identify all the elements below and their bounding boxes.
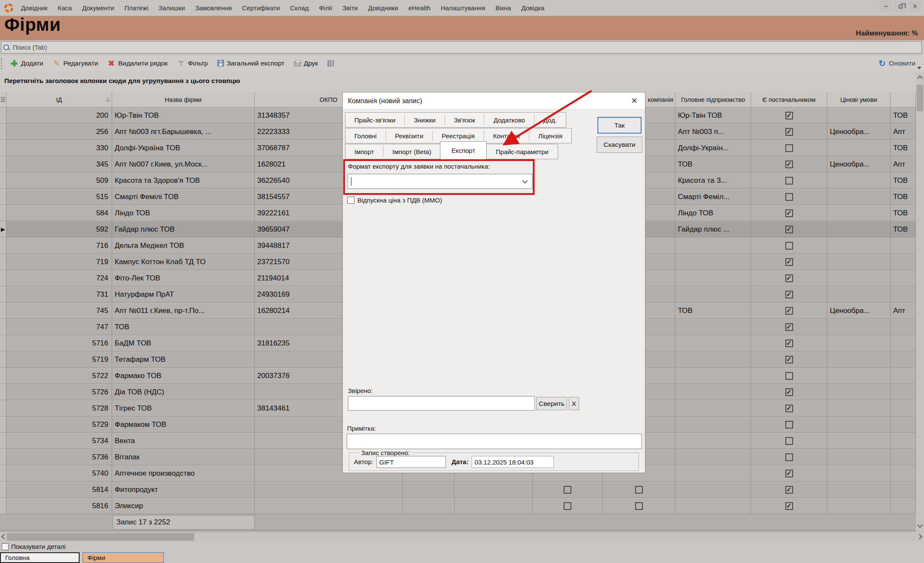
cell-checkbox[interactable]: ✓ [785, 307, 793, 315]
menu-item-3[interactable]: Платежі [119, 0, 154, 16]
dialog-tab-Ліцензія[interactable]: Ліцензія [529, 130, 572, 141]
cell-checkbox[interactable]: ✓ [785, 470, 793, 477]
menu-item-4[interactable]: Залишки [154, 0, 190, 16]
cell-checkbox[interactable] [785, 177, 793, 185]
cell-checkbox[interactable] [785, 372, 793, 380]
dialog-tab-Дод.[interactable]: Дод. [534, 114, 566, 125]
cell-checkbox[interactable]: ✓ [785, 486, 793, 494]
toolbar-button-0[interactable]: Додати [6, 57, 48, 70]
note-input[interactable] [347, 434, 642, 449]
menu-item-9[interactable]: Звіти [337, 0, 363, 16]
cell-checkbox[interactable] [635, 486, 643, 494]
toolbar-button-5[interactable]: Друк [289, 57, 323, 70]
ok-button[interactable]: Так [597, 117, 642, 134]
verify-button[interactable]: Сверить [536, 397, 567, 410]
column-header-11[interactable] [891, 92, 916, 107]
menu-item-1[interactable]: Каса [53, 0, 77, 16]
vertical-scroll-thumb[interactable] [917, 85, 923, 111]
horizontal-scrollbar[interactable] [0, 532, 924, 542]
dialog-tab-Головні[interactable]: Головні [345, 130, 386, 141]
scroll-right-icon[interactable] [917, 534, 922, 539]
cell-checkbox[interactable]: ✓ [785, 128, 793, 136]
column-header-Є постачальником[interactable]: Є постачальником [751, 92, 827, 107]
verified-input[interactable] [348, 396, 535, 411]
scroll-left-icon[interactable] [1, 534, 7, 539]
toolbar-button-1[interactable]: ✎Редагувати [48, 57, 103, 70]
cell-checkbox[interactable]: ✓ [785, 274, 793, 282]
refresh-button[interactable]: ↻ Оновити [878, 55, 915, 71]
vertical-scrollbar[interactable] [916, 73, 924, 532]
mmo-price-control[interactable]: Відпускна ціна з ПДВ (ММО) [347, 197, 442, 204]
dialog-tab-Контакти[interactable]: Контакти [484, 130, 529, 141]
cell-checkbox[interactable] [785, 242, 793, 250]
bottom-tab-Головна[interactable]: Головна [0, 552, 80, 563]
verify-clear-button[interactable]: X [569, 397, 579, 410]
menu-item-6[interactable]: Сертифікати [237, 0, 285, 16]
column-header-Назва фірми[interactable]: Назва фірми [112, 92, 255, 107]
cell-checkbox[interactable]: ✓ [785, 226, 793, 233]
menu-item-11[interactable]: eHealth [403, 0, 436, 16]
scroll-up-icon[interactable] [917, 75, 923, 81]
cell-checkbox[interactable] [785, 453, 793, 461]
toolbar-button-columns[interactable] [323, 57, 339, 70]
menu-item-13[interactable]: Вікна [490, 0, 517, 16]
toolbar-button-4[interactable]: Загальний експорт [213, 57, 289, 70]
show-details-control[interactable]: Показувати деталі [2, 543, 65, 550]
cell-checkbox[interactable] [564, 502, 571, 510]
search-input[interactable] [12, 43, 921, 51]
menu-item-14[interactable]: Довідка [516, 0, 550, 16]
column-header-Цінові умови[interactable]: Цінові умови [827, 92, 891, 107]
refresh-dropdown-icon[interactable] [917, 67, 921, 69]
minimize-button[interactable]: – [879, 1, 892, 12]
cell-checkbox[interactable] [785, 421, 793, 429]
menu-item-7[interactable]: Склад [285, 0, 314, 16]
menu-item-0[interactable]: Довідник [16, 0, 53, 16]
cell-checkbox[interactable]: ✓ [785, 405, 793, 412]
column-chooser-icon[interactable] [1, 97, 5, 102]
cell-checkbox[interactable] [635, 502, 643, 510]
search-box[interactable] [1, 41, 922, 54]
bottom-tab-Фірми[interactable]: Фірми [83, 552, 164, 563]
dialog-tab-Реестрація[interactable]: Реестрація [432, 130, 484, 141]
export-format-combobox[interactable] [348, 174, 532, 189]
horizontal-scroll-thumb[interactable] [7, 533, 194, 541]
column-header-Головне підприємство[interactable]: Головне підприємство [675, 92, 751, 107]
scroll-down-icon[interactable] [917, 522, 923, 528]
dialog-close-icon[interactable]: × [628, 94, 641, 107]
cell-checkbox[interactable]: ✓ [785, 258, 793, 266]
column-header-0[interactable] [0, 92, 6, 107]
cell-checkbox[interactable]: ✓ [785, 112, 793, 119]
author-input[interactable]: GIFT [376, 456, 446, 468]
dialog-tab-Імпорт[interactable]: Імпорт [345, 146, 383, 157]
dialog-tab-Знижки[interactable]: Знижки [404, 114, 445, 125]
cell-checkbox[interactable] [785, 193, 793, 201]
dialog-tab-Експорт[interactable]: Експорт [440, 141, 487, 159]
cancel-button[interactable]: Скасувати [597, 137, 642, 153]
cell-checkbox[interactable]: ✓ [785, 209, 793, 217]
combobox-dropdown-icon[interactable] [522, 178, 528, 184]
cell-checkbox[interactable]: ✓ [785, 161, 793, 168]
dialog-tab-Реквізити[interactable]: Реквізити [386, 130, 432, 141]
dialog-tab-Додатково[interactable]: Додатково [484, 114, 534, 125]
dialog-tab-Прайс-зв'язки[interactable]: Прайс-зв'язки [345, 114, 404, 125]
menu-item-8[interactable]: Філії [314, 0, 337, 16]
menu-item-2[interactable]: Документи [77, 0, 119, 16]
menu-item-10[interactable]: Довідники [363, 0, 403, 16]
restore-button[interactable] [894, 1, 907, 12]
toolbar-button-2[interactable]: ✖Видалити рядок [103, 57, 172, 70]
dialog-tab-Імпорт (Beta)[interactable]: Імпорт (Beta) [383, 146, 440, 157]
cell-checkbox[interactable] [785, 144, 793, 152]
table-row-5816[interactable]: 5816Эликсир✓ [0, 498, 916, 514]
column-header-ІД[interactable]: ІД△ [6, 92, 112, 107]
menu-item-5[interactable]: Замовлення [190, 0, 237, 16]
dialog-tab-Зв'язок[interactable]: Зв'язок [445, 114, 484, 125]
cell-checkbox[interactable]: ✓ [785, 388, 793, 396]
date-input[interactable]: 03.12.2025 18:04:03 [472, 456, 554, 468]
cell-checkbox[interactable] [785, 437, 793, 445]
cell-checkbox[interactable]: ✓ [785, 340, 793, 347]
menu-item-12[interactable]: Налаштування [436, 0, 490, 16]
mmo-price-checkbox[interactable] [347, 197, 354, 204]
dialog-tab-Прайс-параметри[interactable]: Прайс-параметри [486, 146, 557, 157]
cell-checkbox[interactable]: ✓ [785, 356, 793, 363]
toolbar-button-3[interactable]: Фільтр [172, 57, 213, 70]
